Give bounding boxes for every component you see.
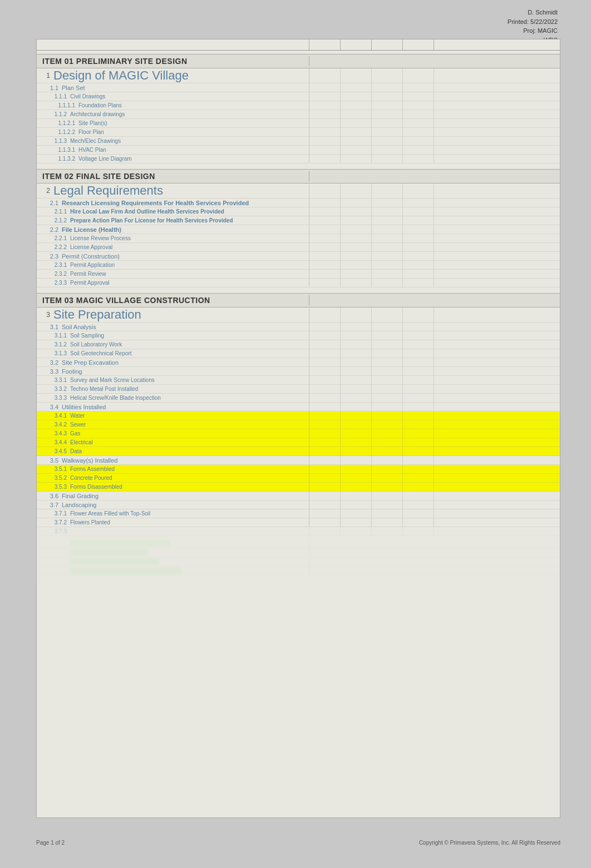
num-3-4-1: 3.4.1 (37, 413, 70, 419)
row-item-3-5: 3.5 Walkway(s) Installed (37, 456, 560, 465)
num-2-3-3: 2.3.3 (37, 280, 70, 286)
num-3-2: 3.2 (37, 359, 62, 366)
row-item-3: 3 Site Preparation (37, 307, 560, 323)
data-1-2 (341, 68, 372, 83)
label-3-5: Walkway(s) Installed (62, 457, 117, 464)
data-1 (309, 68, 560, 83)
faded-bottom (37, 536, 560, 578)
col-header-4 (403, 39, 434, 50)
data-columns-header (309, 39, 560, 50)
task-3-4-5: 3.4.5 Data (37, 447, 309, 455)
task-3-6: 3.6 Final Grading (37, 492, 309, 500)
label-3-7: Landscaping (62, 502, 96, 508)
label-2-2-2: License Approval (70, 244, 112, 250)
row-item-3-3: 3.3 Footing (37, 367, 560, 376)
label-1-1-2-1: Site Plan(s) (78, 120, 107, 126)
num-2-1-1: 2.1.1 (37, 209, 70, 215)
num-3-4: 3.4 (37, 404, 62, 410)
task-1: 1 Design of MAGIC Village (37, 68, 309, 83)
num-2-2-1: 2.2.1 (37, 235, 70, 241)
row-item-1-1-3: 1.1.3 Mech/Elec Drawings (37, 137, 560, 146)
label-3-6: Final Grading (62, 493, 98, 499)
data-1-1-1-area (309, 92, 560, 101)
task-1-1-2-1: 1.1.2.1 Site Plan(s) (37, 119, 309, 127)
task-3-5-1: 3.5.1 Forms Assembled (37, 465, 309, 473)
row-item-2-2-1: 2.2.1 License Review Process (37, 234, 560, 243)
col-header-3 (372, 39, 403, 50)
row-item-3-5-3: 3.5.3 Forms Disassembled (37, 483, 560, 492)
label-2-1: Research Licensing Requirements For Heal… (62, 200, 249, 206)
data-1-1-area (309, 83, 560, 92)
task-2-2-2: 2.2.2 License Approval (37, 243, 309, 251)
data-1-1-c5 (434, 83, 465, 92)
row-item-3-4-1: 3.4.1 Water (37, 411, 560, 420)
num-1-1-3: 1.1.3 (37, 138, 70, 144)
task-1-1-2: 1.1.2 Architectural drawings (37, 110, 309, 118)
row-item-3-1: 3.1 Soil Analysis (37, 323, 560, 331)
footer-left: Page 1 of 2 (36, 840, 65, 846)
task-3-5: 3.5 Walkway(s) Installed (37, 456, 309, 464)
row-item-3-1-1: 3.1.1 Soil Sampling (37, 331, 560, 340)
task-3-4-1: 3.4.1 Water (37, 411, 309, 420)
num-2: 2 (37, 187, 53, 195)
row-item-3-4-3: 3.4.3 Gas (37, 429, 560, 438)
task-3-5-3: 3.5.3 Forms Disassembled (37, 483, 309, 491)
data-1-1-c3 (372, 83, 403, 92)
row-item-3-2: 3.2 Site Prep Excavation (37, 358, 560, 367)
label-3-5-1: Forms Assembled (70, 466, 115, 472)
data-1-1-c1 (309, 83, 341, 92)
label-1-1-3-2: Voltage Line Diagram (78, 156, 132, 162)
row-item-1-1-3-2: 1.1.3.2 Voltage Line Diagram (37, 155, 560, 163)
label-3-3-1: Survey and Mark Screw Locations (70, 377, 155, 383)
row-item-1-1-2-1: 1.1.2.1 Site Plan(s) (37, 119, 560, 128)
section-header-item03: ITEM 03 MAGIC VILLAGE CONSTRUCTION (37, 293, 560, 307)
row-item-1-1-2-2: 1.1.2.2 Floor Plan (37, 128, 560, 137)
label-2-3-2: Permit Review (70, 271, 106, 277)
label-3-5-2: Concrete Poured (70, 475, 112, 481)
col-header-5 (434, 39, 465, 50)
num-3-7-3: 3.7.3 (37, 528, 70, 534)
footer: Page 1 of 2 Copyright © Primavera System… (36, 840, 560, 846)
task-3-1-1: 3.1.1 Soil Sampling (37, 331, 309, 340)
row-item-3-7-1: 3.7.1 Flower Areas Filled with Top-Soil (37, 509, 560, 518)
task-1-1-1-1: 1.1.1.1 Foundation Plans (37, 101, 309, 110)
row-item-3-4-2: 3.4.2 Sewer (37, 420, 560, 429)
task-3-1: 3.1 Soil Analysis (37, 323, 309, 331)
num-3-4-4: 3.4.4 (37, 439, 70, 445)
row-item-3-3-2: 3.3.2 Techno Metal Post Installed (37, 385, 560, 394)
task-3-4-2: 3.4.2 Sewer (37, 420, 309, 429)
task-1-1-3-2: 1.1.3.2 Voltage Line Diagram (37, 155, 309, 163)
label-1-1-1-1: Foundation Plans (78, 102, 122, 108)
label-3-3-3: Helical Screw/Knife Blade Inspection (70, 395, 161, 401)
row-item-3-5-2: 3.5.2 Concrete Poured (37, 474, 560, 483)
row-item-3-4: 3.4 Utilities Installed (37, 403, 560, 411)
content-area: ITEM 01 PRELIMINARY SITE DESIGN 1 Design… (37, 51, 560, 582)
item03-header-task: ITEM 03 MAGIC VILLAGE CONSTRUCTION (37, 295, 309, 305)
label-2-2: File License (Health) (62, 226, 121, 233)
row-item-2-1-1: 2.1.1 Hire Local Law Firm And Outline He… (37, 207, 560, 216)
task-2-1-2: 2.1.2 Prepare Action Plan For License fo… (37, 216, 309, 225)
row-item-3-6: 3.6 Final Grading (37, 492, 560, 500)
num-3-6: 3.6 (37, 493, 62, 499)
num-2-1: 2.1 (37, 200, 62, 206)
col-header-2 (341, 39, 372, 50)
num-3-1-2: 3.1.2 (37, 341, 70, 348)
task-3-1-2: 3.1.2 Soil Laboratory Work (37, 340, 309, 349)
task-2-2-1: 2.2.1 License Review Process (37, 234, 309, 242)
num-1-1-3-2: 1.1.3.2 (37, 156, 78, 162)
label-3-1-3: Soil Geotechnical Report (70, 350, 132, 356)
label-3: Site Preparation (53, 307, 141, 322)
data-1-5 (434, 68, 465, 83)
task-2-3: 2.3 Permit (Construction) (37, 252, 309, 260)
row-item-3-7-3: 3.7.3 (37, 527, 560, 536)
num-2-2-2: 2.2.2 (37, 244, 70, 250)
label-3-4-5: Data (70, 448, 82, 454)
row-item-3-4-4: 3.4.4 Electrical (37, 438, 560, 447)
item01-header-task: ITEM 01 PRELIMINARY SITE DESIGN (37, 56, 309, 66)
row-item-2-1-2: 2.1.2 Prepare Action Plan For License fo… (37, 216, 560, 225)
task-1-1-2-2: 1.1.2.2 Floor Plan (37, 128, 309, 136)
label-1-1: Plan Set (62, 85, 85, 91)
task-2-2: 2.2 File License (Health) (37, 225, 309, 234)
task-3-3-3: 3.3.3 Helical Screw/Knife Blade Inspecti… (37, 394, 309, 402)
task-3-7: 3.7 Landscaping (37, 500, 309, 509)
